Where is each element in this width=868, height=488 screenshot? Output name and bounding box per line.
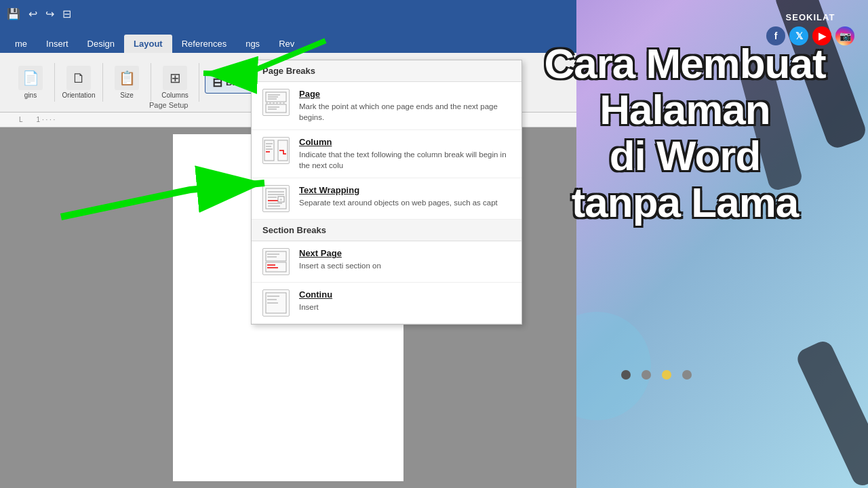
orientation-button[interactable]: 🗋 Orientation <box>62 66 96 99</box>
text-wrap-title: Text Wrapping <box>299 185 511 195</box>
ribbon-group-margins: 📄 gins <box>7 63 55 102</box>
menu-item-next-page[interactable]: Next Page Insert a secti section on <box>252 241 521 283</box>
next-page-icon <box>262 248 290 275</box>
menu-item-text-wrapping[interactable]: ≡ Text Wrapping Separate text around obj… <box>252 178 521 220</box>
next-page-desc: Insert a secti section on <box>299 260 511 271</box>
facebook-icon[interactable]: f <box>766 26 785 45</box>
next-page-title: Next Page <box>299 248 511 258</box>
title-bar: 💾 ↩ ↪ ⊟ <box>0 0 576 27</box>
twitter-icon[interactable]: 𝕏 <box>789 26 808 45</box>
overlay-line2-text: Halaman <box>599 86 770 133</box>
instagram-icon[interactable]: 📷 <box>835 26 854 45</box>
ruler-marker: L <box>19 116 23 123</box>
dot-4 <box>682 370 692 380</box>
overlay-line1-text: Cara Membuat <box>544 40 825 87</box>
next-page-text: Next Page Insert a secti section on <box>299 248 511 271</box>
svg-rect-24 <box>266 262 286 272</box>
margins-label: gins <box>24 92 37 99</box>
breaks-dropdown-menu: Page Breaks Page Mark the point at which… <box>251 60 522 325</box>
social-icons-group: f 𝕏 ▶ 📷 <box>766 26 854 45</box>
margins-icon: 📄 <box>18 66 43 90</box>
title-bar-icons: 💾 ↩ ↪ ⊟ <box>7 7 71 20</box>
tab-design[interactable]: Design <box>78 35 124 53</box>
column-break-title: Column <box>299 137 511 147</box>
brand-name: SEOKILAT <box>786 12 835 22</box>
column-break-text: Column Indicate that the text following … <box>299 137 511 171</box>
svg-rect-2 <box>266 104 286 113</box>
decorative-dots <box>621 370 692 380</box>
orientation-label: Orientation <box>62 92 96 99</box>
page-setup-text: Page Setup <box>149 101 189 109</box>
section-breaks-header: Section Breaks <box>252 220 521 241</box>
green-arrow-left <box>54 149 285 230</box>
ribbon-group-orientation: 🗋 Orientation <box>55 63 103 102</box>
text-wrap-desc: Separate text around objects on web page… <box>299 197 511 208</box>
overlay-line4-text: tanpa Lama <box>572 179 799 226</box>
tab-insert[interactable]: Insert <box>37 35 78 53</box>
orientation-icon: 🗋 <box>66 66 91 90</box>
overlay-text-area: Cara Membuat Halaman di Word tanpa Lama <box>522 41 848 226</box>
continuous-desc: Insert <box>299 302 511 312</box>
redo-icon[interactable]: ↪ <box>45 7 54 20</box>
overlay-line3-text: di Word <box>610 132 761 179</box>
text-wrap-text: Text Wrapping Separate text around objec… <box>299 185 511 208</box>
green-arrow-top <box>136 27 339 95</box>
svg-rect-23 <box>266 251 286 261</box>
menu-item-column[interactable]: Column Indicate that the text following … <box>252 130 521 178</box>
dot-1 <box>621 370 631 380</box>
page-setup-label: Page Setup <box>149 101 189 109</box>
size-label: Size <box>120 92 133 99</box>
page-break-desc: Mark the point at which one page ends an… <box>299 101 511 123</box>
dot-3 <box>662 370 671 380</box>
continuous-title: Continu <box>299 289 511 300</box>
save-icon[interactable]: 💾 <box>7 7 20 20</box>
ruler-numbers: 1 · · · · <box>37 116 56 123</box>
branding-area: SEOKILAT f 𝕏 ▶ 📷 <box>766 12 854 45</box>
column-break-desc: Indicate that the text following the col… <box>299 149 511 171</box>
tab-home[interactable]: me <box>5 35 37 53</box>
undo-icon[interactable]: ↩ <box>28 7 37 20</box>
continuous-text: Continu Insert <box>299 289 511 312</box>
youtube-icon[interactable]: ▶ <box>812 26 831 45</box>
overlay-line1: Cara Membuat Halaman di Word tanpa Lama <box>522 41 848 226</box>
customize-icon[interactable]: ⊟ <box>62 7 71 20</box>
margins-button[interactable]: 📄 gins <box>14 66 47 99</box>
dot-2 <box>642 370 651 380</box>
menu-item-continuous[interactable]: Continu Insert <box>252 283 521 324</box>
continuous-icon <box>262 289 290 317</box>
